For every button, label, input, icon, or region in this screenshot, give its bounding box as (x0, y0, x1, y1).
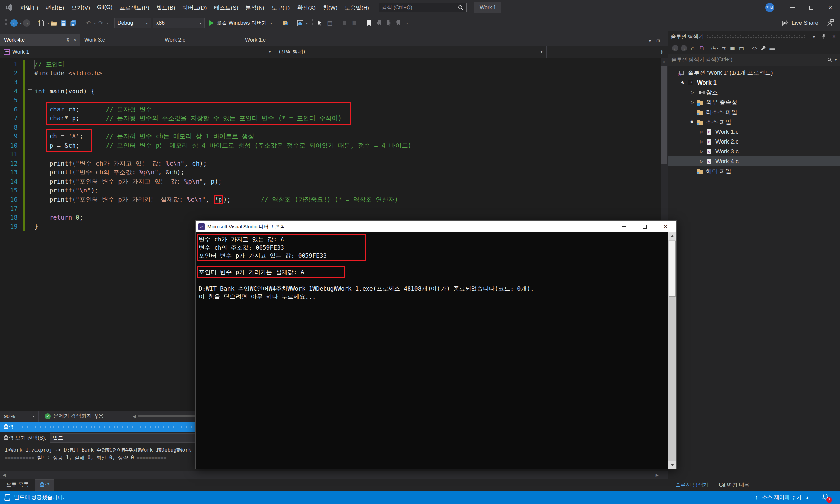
navigate-home-icon[interactable] (296, 18, 305, 28)
menu-item-6[interactable]: 디버그(D) (179, 2, 211, 14)
tab-work-1-c[interactable]: Work 1.c (241, 34, 321, 46)
tree-item-Work-1-c[interactable]: ▷cWork 1.c (668, 127, 840, 137)
properties-pages-icon[interactable]: ▤ (737, 44, 746, 52)
panel-tab-출력[interactable]: 출력 (35, 480, 54, 491)
tree-item-헤더-파일[interactable]: 헤더 파일 (668, 166, 840, 176)
menu-item-1[interactable]: 편집(E) (42, 2, 68, 14)
panel-tab-오류-목록[interactable]: 오류 목록 (2, 480, 33, 491)
float-window-icon[interactable]: ⊞ (656, 38, 660, 43)
view-code-icon[interactable]: <> (750, 44, 759, 52)
output-horizontal-scrollbar[interactable]: ◀ ▶ (0, 471, 668, 480)
tab-work-2-c[interactable]: Work 2.c (161, 34, 241, 46)
code-line-11[interactable]: 11 (0, 150, 668, 159)
document-health-indicator[interactable]: ✓ 문제가 검색되지 않음 (45, 413, 104, 420)
panel-menu-dropdown-icon[interactable]: ▾ (811, 34, 817, 39)
sync-with-active-document-icon[interactable]: ⧉ (697, 44, 706, 52)
navigate-forward-button[interactable]: → (22, 18, 31, 28)
tab-work-3-c[interactable]: Work 3.c (81, 34, 161, 46)
code-line-10[interactable]: 10 p = &ch; // 포인터 변수 p는 메모리 상 4 바이트로 생성… (0, 141, 668, 150)
preview-selected-items-icon[interactable]: ▬ (768, 44, 777, 52)
navigate-home-dropdown[interactable]: ▾ (306, 21, 308, 25)
console-output[interactable]: 변수 ch가 가지고 있는 값: A변수 ch의 주소값: 0059FE33포인… (196, 233, 668, 469)
code-line-8[interactable]: 8 (0, 123, 668, 132)
menu-item-12[interactable]: 도움말(H) (341, 2, 373, 14)
bookmark-icon[interactable] (365, 18, 374, 28)
menu-item-11[interactable]: 창(W) (319, 2, 341, 14)
menu-item-5[interactable]: 빌드(B) (153, 2, 179, 14)
menu-item-7[interactable]: 테스트(S) (210, 2, 242, 14)
console-close-button[interactable]: × (655, 221, 676, 233)
undo-dropdown[interactable]: ▾ (94, 21, 96, 25)
console-scrollbar-thumb[interactable] (669, 241, 676, 297)
code-line-7[interactable]: 7 char* p; // 문자형 변수의 주소값을 저장할 수 있는 포인터 … (0, 114, 668, 123)
collapse-icon[interactable]: – (28, 89, 32, 93)
add-to-source-control-button[interactable]: 소스 제어에 추가 (762, 494, 802, 501)
chevron-up-icon[interactable]: ▲ (806, 496, 809, 499)
code-line-16[interactable]: 16 printf("포인터 변수 p가 가리키는 실제값: %c\n", *p… (0, 195, 668, 204)
chevron-expanded-icon[interactable]: ▶ (679, 78, 688, 87)
scroll-up-icon[interactable]: ▲ (661, 58, 668, 64)
menu-item-3[interactable]: Git(G) (93, 2, 116, 14)
redo-icon[interactable]: ↷ (96, 18, 105, 28)
save-all-icon[interactable] (69, 18, 78, 28)
tab-list-dropdown-icon[interactable]: ▾ (649, 38, 651, 43)
toolbar-drag-handle[interactable] (5, 19, 7, 27)
project-scope-dropdown[interactable]: ++ Work 1 ▾ (0, 46, 275, 58)
indent-increase-icon[interactable]: ≣ (350, 18, 359, 28)
console-scrollbar[interactable] (668, 233, 676, 469)
close-panel-icon[interactable]: × (831, 33, 837, 40)
code-line-6[interactable]: 6 char ch; // 문자형 변수 (0, 105, 668, 114)
se-home-icon[interactable]: ⌂ (688, 44, 697, 52)
split-editor-icon[interactable]: ⇟ (660, 50, 664, 55)
code-line-14[interactable]: 14 printf("포인터 변수 p가 가지고 있는 값: %p\n", p)… (0, 177, 668, 186)
copy-structure-icon[interactable]: ▤ (325, 18, 334, 28)
solution-configuration-select[interactable]: Debug▾ (114, 18, 151, 28)
pin-icon[interactable]: ⊼ (66, 38, 70, 43)
console-title-bar[interactable]: C:\ Microsoft Visual Studio 디버그 콘솔 × (196, 221, 676, 233)
close-tab-icon[interactable]: × (74, 38, 76, 43)
prev-bookmark-icon[interactable] (374, 18, 384, 28)
redo-dropdown[interactable]: ▾ (107, 21, 108, 25)
next-bookmark-icon[interactable] (384, 18, 393, 28)
se-back-icon[interactable]: ← (671, 44, 680, 52)
console-scroll-up-icon[interactable] (668, 233, 676, 240)
clear-bookmarks-icon[interactable] (394, 18, 403, 28)
tab-work-4-c[interactable]: Work 4.c⊼× (0, 34, 81, 46)
scroll-right-icon[interactable]: ▶ (655, 473, 659, 478)
menu-item-10[interactable]: 확장(X) (293, 2, 319, 14)
tree-item-참조[interactable]: ▷참조 (668, 88, 840, 97)
code-line-2[interactable]: 2#include <stdio.h> (0, 69, 668, 78)
code-line-13[interactable]: 13 printf("변수 ch의 주소값: %p\n", &ch); (0, 168, 668, 177)
code-line-12[interactable]: 12 printf("변수 ch가 가지고 있는 값: %c\n", ch); (0, 159, 668, 168)
navigate-back-dropdown[interactable]: ▾ (20, 21, 22, 25)
close-button[interactable]: × (821, 0, 840, 15)
toolbar-options-dropdown[interactable]: ▾ (406, 21, 408, 25)
code-line-15[interactable]: 15 printf("\n"); (0, 186, 668, 195)
properties-wrench-icon[interactable] (759, 44, 768, 52)
new-file-dropdown[interactable]: ▾ (47, 21, 49, 25)
menu-item-0[interactable]: 파일(F) (16, 2, 42, 14)
hscroll-left-icon[interactable]: ◀ (133, 414, 136, 419)
code-line-17[interactable]: 17 (0, 204, 668, 213)
search-options-dropdown[interactable]: ▾ (835, 58, 837, 62)
zoom-level-select[interactable]: 90 %▾ (0, 411, 39, 422)
cursor-select-icon[interactable] (315, 18, 325, 28)
save-icon[interactable] (59, 18, 68, 28)
restore-button[interactable] (802, 0, 821, 15)
pending-changes-filter-icon[interactable]: ◷▾ (711, 44, 719, 52)
scroll-left-icon[interactable]: ◀ (3, 473, 5, 478)
toolbar-drag-handle[interactable] (310, 19, 313, 27)
live-share-button[interactable]: Live Share (782, 20, 818, 26)
chevron-collapsed-icon[interactable]: ▷ (688, 90, 696, 95)
tree-item-Work-2-c[interactable]: ▷cWork 2.c (668, 137, 840, 147)
chevron-expanded-icon[interactable]: ▶ (688, 118, 697, 127)
code-line-3[interactable]: 3 (0, 78, 668, 87)
chevron-collapsed-icon[interactable]: ▷ (698, 159, 705, 164)
panel-tab-솔루션-탐색기[interactable]: 솔루션 탐색기 (671, 480, 712, 490)
switch-views-icon[interactable]: ⇆ (719, 44, 728, 52)
console-minimize-button[interactable] (613, 221, 634, 233)
solution-explorer-header[interactable]: 솔루션 탐색기 ▾ × (668, 31, 840, 42)
solution-platform-select[interactable]: x86▾ (153, 18, 205, 28)
search-input[interactable]: 검색 (Ctrl+Q) (379, 3, 467, 13)
menu-item-4[interactable]: 프로젝트(P) (116, 2, 153, 14)
